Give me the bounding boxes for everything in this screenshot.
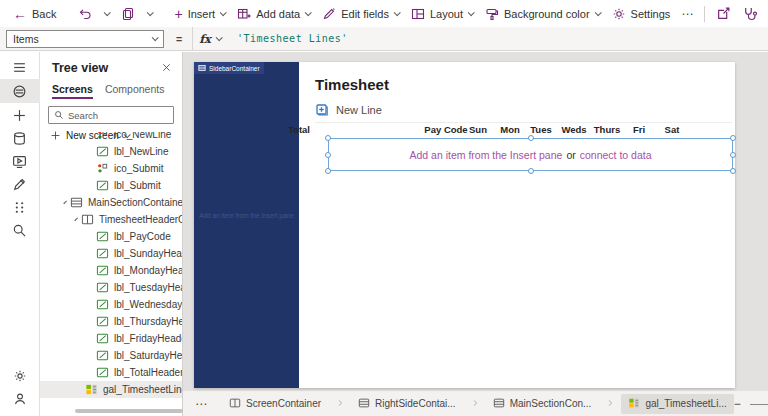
tree-item[interactable]: lbl_PayCode: [40, 228, 182, 245]
tree-horizontal-scrollbar[interactable]: [75, 409, 183, 413]
edit-fields-icon: [322, 7, 336, 21]
tree-item[interactable]: lbl_FridayHeader: [40, 330, 182, 347]
tree-item[interactable]: lbl_NewLine: [40, 143, 182, 160]
breadcrumb-item[interactable]: MainSectionCon...: [486, 394, 622, 414]
column-header: Mon: [500, 124, 520, 135]
breadcrumb-label: ScreenContainer: [246, 398, 321, 409]
timesheet-gallery[interactable]: Add an item from the Insert pane or conn…: [328, 138, 733, 171]
plus-icon: +: [174, 7, 182, 21]
tree-item[interactable]: lbl_SaturdayHeader: [40, 347, 182, 364]
rail-data-button[interactable]: [0, 127, 40, 149]
rail-insert-button[interactable]: [0, 104, 40, 126]
breadcrumb-item[interactable]: RightSideContai...: [351, 394, 486, 414]
add-data-menu[interactable]: Add data: [232, 4, 315, 24]
undo-button[interactable]: [73, 4, 97, 24]
tree-item[interactable]: lbl_ThursdayHeader: [40, 313, 182, 330]
breadcrumb-item[interactable]: ScreenContainer: [222, 394, 351, 414]
selection-handle[interactable]: [325, 135, 331, 141]
insert-plus-icon: [12, 108, 27, 123]
rail-media-button[interactable]: [0, 150, 40, 172]
breadcrumb-label: RightSideContai...: [375, 398, 456, 409]
selection-handle[interactable]: [325, 168, 331, 174]
breadcrumb-item[interactable]: gal_TimesheetLi...: [621, 394, 733, 414]
rail-power-automate-button[interactable]: [0, 173, 40, 195]
rail-search-button[interactable]: [0, 219, 40, 241]
new-line-label: New Line: [336, 104, 382, 116]
chevron-down-icon: [468, 9, 475, 16]
tree-item[interactable]: gal_TimesheetLines ⋯: [40, 381, 182, 398]
clipboard-button[interactable]: [116, 4, 140, 24]
selection-handle[interactable]: [325, 152, 331, 158]
tab-components[interactable]: Components: [105, 83, 165, 99]
tree-item[interactable]: lbl_TotalHeader: [40, 364, 182, 381]
tree-item[interactable]: TimesheetHeaderContainer: [40, 211, 182, 228]
search-icon: [54, 110, 64, 120]
share-button[interactable]: [711, 3, 736, 24]
label-icon: [96, 281, 109, 294]
background-color-menu[interactable]: Background color: [480, 4, 605, 24]
app-canvas[interactable]: SidebarContainer Add an item from the In…: [194, 62, 735, 388]
rail-settings-button[interactable]: [0, 365, 40, 387]
tree-item-label: MainSectionContainer: [88, 197, 182, 208]
tree-item[interactable]: lbl_MondayHeader: [40, 262, 182, 279]
selection-handle[interactable]: [528, 168, 534, 174]
sidebar-container[interactable]: SidebarContainer Add an item from the In…: [194, 62, 299, 388]
fx-dropdown[interactable]: fx: [192, 27, 227, 50]
tree-item[interactable]: ico_NewLine: [40, 132, 182, 143]
insert-pane-link[interactable]: Add an item from the Insert pane: [409, 149, 562, 161]
chevron-down-icon[interactable]: [63, 200, 67, 204]
rail-tree-view-button[interactable]: [0, 79, 40, 103]
label-icon: [96, 315, 109, 328]
message-or-text: or: [566, 149, 575, 161]
tree-search-box[interactable]: [48, 106, 174, 124]
back-button[interactable]: ← Back: [8, 4, 61, 24]
rail-account-button[interactable]: [0, 388, 40, 410]
column-header: Fri: [633, 124, 645, 135]
toolbar-right-cluster: [700, 3, 768, 24]
tree-item[interactable]: ico_Submit: [40, 160, 182, 177]
formula-input[interactable]: 'Timesheet Lines': [237, 33, 348, 44]
tab-screens[interactable]: Screens: [52, 83, 93, 99]
tree-view-icon: [12, 84, 27, 99]
tree-item[interactable]: lbl_WednesdayHeader: [40, 296, 182, 313]
breadcrumb-overflow-button[interactable]: ⋯: [191, 397, 212, 411]
new-line-button[interactable]: New Line: [315, 103, 382, 117]
selection-handle[interactable]: [528, 135, 534, 141]
tree-item[interactable]: lbl_SundayHeader: [40, 245, 182, 262]
data-cylinder-icon: [12, 131, 27, 146]
close-panel-button[interactable]: [161, 59, 172, 77]
connect-to-data-link[interactable]: connect to data: [580, 149, 652, 161]
chevron-right-icon: [336, 398, 344, 409]
layout-menu[interactable]: Layout: [406, 4, 478, 24]
selection-handle[interactable]: [730, 135, 736, 141]
tree-item[interactable]: lbl_TuesdayHeader: [40, 279, 182, 296]
icon-icon: [96, 162, 109, 175]
tree-item[interactable]: lbl_Submit: [40, 177, 182, 194]
sidebar-container-tag: SidebarContainer: [194, 62, 264, 74]
insert-menu[interactable]: + Insert: [169, 4, 230, 24]
zoom-slider[interactable]: [750, 398, 768, 410]
property-dropdown[interactable]: Items: [6, 30, 164, 48]
chevron-down-icon[interactable]: [74, 217, 78, 221]
tree-item-label: lbl_ThursdayHeader: [114, 316, 182, 327]
container-icon: [198, 64, 206, 72]
clipboard-menu-button[interactable]: [142, 8, 157, 19]
add-data-icon: [237, 7, 251, 21]
undo-menu-button[interactable]: [99, 8, 114, 19]
menu-button[interactable]: [0, 56, 40, 78]
settings-menu[interactable]: Settings: [607, 4, 676, 24]
add-data-label: Add data: [256, 8, 300, 20]
edit-fields-menu[interactable]: Edit fields: [317, 4, 404, 24]
zoom-out-button[interactable]: −: [734, 397, 741, 411]
toolbar-overflow-button[interactable]: ⋯: [677, 7, 698, 21]
selection-handle[interactable]: [730, 152, 736, 158]
tree-item-label: lbl_WednesdayHeader: [114, 299, 182, 310]
selection-handle[interactable]: [730, 168, 736, 174]
tree-item-label: lbl_TuesdayHeader: [114, 282, 182, 293]
search-input[interactable]: [68, 110, 168, 121]
app-checker-button[interactable]: [738, 3, 763, 24]
label-icon: [96, 247, 109, 260]
tree-item[interactable]: MainSectionContainer: [40, 194, 182, 211]
chevron-down-icon: [594, 9, 601, 16]
rail-variables-button[interactable]: [0, 196, 40, 218]
